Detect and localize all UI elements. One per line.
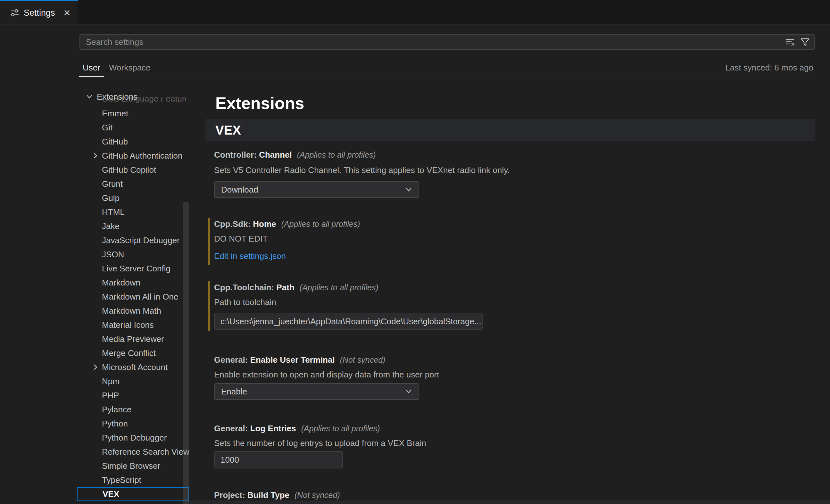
toc-item-label: Python Debugger: [102, 433, 167, 443]
toc-item-faded: CSS Language Features: [77, 97, 186, 104]
toc-item-microsoft-account[interactable]: Microsoft Account: [77, 360, 189, 374]
settings-sliders-icon: [10, 8, 20, 18]
setting-category: General:: [214, 355, 248, 365]
next-row-edge: [189, 501, 830, 504]
toc-item-label: Microsoft Account: [102, 363, 168, 372]
toc-item-media-previewer[interactable]: Media Previewer: [77, 332, 189, 346]
edit-in-settings-json-link[interactable]: Edit in settings.json: [214, 251, 286, 261]
select-general-enable-user-terminal[interactable]: Enable: [214, 383, 419, 400]
toc-item-javascript-debugger[interactable]: JavaScript Debugger: [77, 233, 189, 247]
toc-item-label: Emmet: [102, 108, 128, 119]
toc-scrollbar-thumb[interactable]: [183, 202, 189, 504]
toc-item-git[interactable]: Git: [77, 121, 189, 134]
toc-item-simple-browser[interactable]: Simple Browser: [77, 459, 189, 473]
chevron-down-icon: [404, 387, 413, 396]
toc-item-markdown-all-in-one[interactable]: Markdown All in One: [77, 290, 189, 304]
setting-category: General:: [214, 423, 248, 433]
select-value: Enable: [221, 387, 247, 397]
toc-item-gulp[interactable]: Gulp: [77, 191, 189, 205]
toc-item-label: TypeScript: [102, 475, 141, 485]
settings-editor: Settings ✕ User Workspa: [0, 0, 830, 504]
setting-label-general-log-entries: General: Log Entries(Applies to all prof…: [214, 423, 380, 434]
setting-label-controller-channel: Controller: Channel(Applies to all profi…: [214, 150, 376, 160]
toc-item-label: Reference Search View: [102, 447, 189, 457]
toc-item-label: VEX: [102, 489, 119, 499]
tab-user[interactable]: User: [83, 63, 100, 73]
toc-item-reference-search-view[interactable]: Reference Search View: [77, 445, 189, 459]
section-title: VEX: [215, 123, 241, 137]
chevron-right-icon: [91, 151, 100, 160]
toc-item-live-server-config[interactable]: Live Server Config: [77, 261, 189, 276]
toc-item-python[interactable]: Python: [77, 416, 189, 431]
search-input[interactable]: [80, 37, 785, 47]
toc-item-label: Npm: [102, 376, 120, 386]
setting-name: Build Type: [247, 490, 289, 500]
toc-item-markdown-math[interactable]: Markdown Math: [77, 304, 189, 318]
setting-description-controller-channel: Sets V5 Controller Radio Channel. This s…: [214, 165, 510, 175]
toc-item-label: GitHub Authentication: [102, 151, 183, 161]
toc-item-label: Live Server Config: [102, 264, 170, 274]
toc-item-jake[interactable]: Jake: [77, 219, 189, 233]
settings-search: [79, 34, 815, 50]
setting-name: Path: [277, 283, 294, 292]
tab-workspace[interactable]: Workspace: [109, 63, 151, 73]
setting-name: Channel: [259, 150, 292, 160]
toc-item-php[interactable]: PHP: [77, 388, 189, 403]
input-value: c:\Users\jenna_juechter\AppData\Roaming\…: [221, 317, 481, 326]
toc-item-label: JSON: [102, 250, 124, 259]
scope-divider: [77, 76, 815, 77]
toc-item-label: Grunt: [102, 179, 123, 189]
filter-funnel-icon[interactable]: [800, 37, 810, 47]
modified-indicator-cpp-sdk-home: [208, 218, 210, 265]
toc-item-github-authentication[interactable]: GitHub Authentication: [77, 149, 189, 163]
active-scope-underline: [79, 76, 104, 77]
chevron-down-icon: [404, 185, 413, 194]
toc-item-label: PHP: [102, 390, 119, 401]
setting-category: Controller:: [214, 150, 257, 160]
setting-label-general-enable-user-terminal: General: Enable User Terminal(Not synced…: [214, 355, 385, 365]
toc-item-emmet[interactable]: Emmet: [77, 106, 189, 121]
toc-item-label: GitHub Copilot: [102, 165, 156, 175]
toc-item-typescript[interactable]: TypeScript: [77, 473, 189, 487]
setting-scope: (Not synced): [340, 355, 385, 364]
toc-item-label: Markdown All in One: [102, 292, 178, 302]
toc-item-merge-conflict[interactable]: Merge Conflict: [77, 346, 189, 360]
select-controller-channel[interactable]: Download: [214, 181, 419, 198]
toc-item-markdown[interactable]: Markdown: [77, 276, 189, 290]
input-cpp-toolchain-path[interactable]: c:\Users\jenna_juechter\AppData\Roaming\…: [214, 313, 483, 330]
toc-item-json[interactable]: JSON: [77, 247, 189, 261]
toc-item-github[interactable]: GitHub: [77, 134, 189, 149]
toc-item-label: Material Icons: [102, 320, 154, 330]
setting-scope: (Applies to all profiles): [301, 424, 380, 433]
setting-label-project-build-type: Project: Build Type(Not synced): [214, 490, 340, 500]
toc-item-python-debugger[interactable]: Python Debugger: [77, 431, 189, 445]
settings-tab[interactable]: Settings ✕: [0, 0, 78, 24]
input-value: 1000: [221, 455, 239, 465]
setting-scope: (Applies to all profiles): [297, 150, 376, 159]
toc-item-npm[interactable]: Npm: [77, 374, 189, 388]
setting-label-cpp-toolchain-path: Cpp.Toolchain: Path(Applies to all profi…: [214, 283, 379, 292]
setting-label-cpp-sdk-home: Cpp.Sdk: Home(Applies to all profiles): [214, 219, 360, 229]
toc-item-label: Media Previewer: [102, 334, 164, 344]
toc-item-label: Python: [102, 419, 128, 429]
toc-item-vex[interactable]: VEX: [77, 487, 189, 501]
toc-item-html[interactable]: HTML: [77, 205, 189, 219]
select-value: Download: [221, 185, 258, 195]
setting-name: Enable User Terminal: [250, 355, 335, 365]
setting-scope: (Applies to all profiles): [281, 219, 360, 228]
toc-item-material-icons[interactable]: Material Icons: [77, 318, 189, 332]
modified-indicator-cpp-toolchain-path: [208, 281, 210, 331]
toc-item-label: HTML: [102, 207, 125, 217]
toc-item-label: Merge Conflict: [102, 348, 156, 358]
input-general-log-entries[interactable]: 1000: [214, 451, 343, 468]
tab-title: Settings: [24, 8, 55, 18]
clear-search-filters-icon[interactable]: [785, 37, 795, 47]
section-header-vex: VEX: [205, 119, 815, 141]
close-icon[interactable]: ✕: [62, 7, 72, 18]
toc-item-grunt[interactable]: Grunt: [77, 177, 189, 191]
toc-item-github-copilot[interactable]: GitHub Copilot: [77, 163, 189, 177]
toc-item-label: Pylance: [102, 405, 132, 415]
toc-item-pylance[interactable]: Pylance: [77, 403, 189, 416]
setting-category: Project:: [214, 490, 245, 500]
page-title: Extensions: [215, 94, 304, 113]
